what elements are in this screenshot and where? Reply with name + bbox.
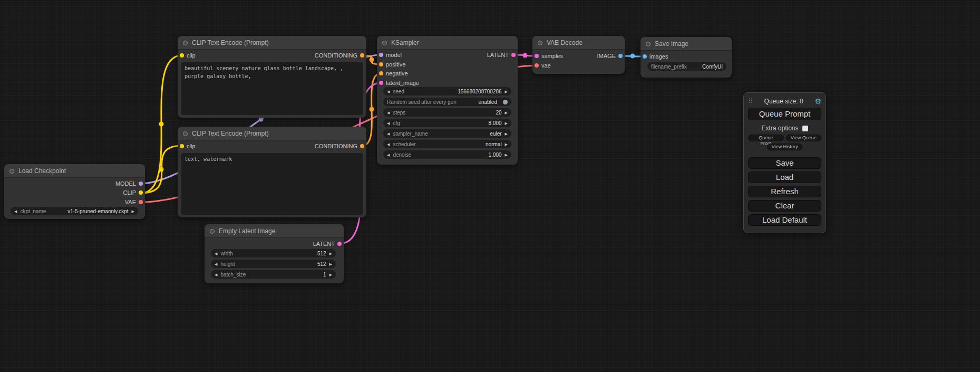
decrement-icon[interactable]: ◀ (14, 209, 17, 213)
link-images-dot[interactable] (630, 54, 635, 59)
drag-handle-icon[interactable]: ⠿ (748, 98, 753, 105)
node-title-bar[interactable]: Save Image (641, 37, 732, 51)
widget-value: 156680208700286 (458, 89, 501, 94)
widget-width[interactable]: ◀ width 512 ▶ (211, 249, 336, 257)
increment-icon[interactable]: ▶ (329, 252, 332, 255)
increment-icon[interactable]: ▶ (132, 209, 134, 213)
widget-seed[interactable]: ◀ seed 156680208700286 ▶ (383, 87, 511, 96)
vae-slot-dot[interactable] (535, 63, 539, 68)
decrement-icon[interactable]: ◀ (387, 111, 390, 115)
clip-slot-dot[interactable] (139, 190, 143, 195)
node-clip-text-encode-negative[interactable]: CLIP Text Encode (Prompt) clip CONDITION… (178, 127, 366, 217)
queue-buttons-row: Queue Front View Queue (748, 135, 821, 141)
node-status-dot-icon (183, 41, 188, 45)
queue-front-button[interactable]: Queue Front (748, 135, 784, 141)
conditioning-slot-dot[interactable] (379, 71, 383, 75)
widget-label: sampler_name (393, 131, 428, 137)
queue-menu-panel[interactable]: ⠿ Queue size: 0 ⚙ Queue Prompt Extra opt… (743, 92, 826, 233)
image-slot-dot[interactable] (643, 54, 647, 59)
prompt-textarea[interactable]: beautiful scenery nature glass bottle la… (181, 62, 363, 115)
node-title-bar[interactable]: Load Checkpoint (4, 164, 145, 178)
decrement-icon[interactable]: ◀ (215, 262, 217, 266)
widget-label: seed (393, 89, 404, 94)
increment-icon[interactable]: ▶ (505, 153, 508, 157)
node-title-bar[interactable]: KSampler (377, 36, 518, 50)
widget-height[interactable]: ◀ height 512 ▶ (211, 260, 336, 268)
load-button[interactable]: Load (748, 171, 821, 183)
widget-cfg[interactable]: ◀ cfg 8.000 ▶ (383, 119, 511, 127)
conditioning-slot-dot[interactable] (379, 62, 383, 66)
widget-sampler-name[interactable]: ◀ sampler_name euler ▶ (383, 129, 511, 138)
widget-ckpt-name[interactable]: ◀ ckpt_name v1-5-pruned-emaonly.ckpt ▶ (11, 207, 138, 215)
node-status-dot-icon (9, 169, 14, 174)
increment-icon[interactable]: ▶ (329, 262, 332, 266)
link-conditioning-positive-dot[interactable] (370, 58, 374, 62)
widget-batch-size[interactable]: ◀ batch_size 1 ▶ (211, 270, 336, 279)
node-status-dot-icon (382, 41, 387, 45)
output-slot-model: MODEL (4, 179, 145, 188)
decrement-icon[interactable]: ◀ (387, 132, 390, 136)
latent-slot-dot[interactable] (379, 81, 383, 85)
increment-icon[interactable]: ▶ (505, 121, 508, 125)
node-title-bar[interactable]: Empty Latent Image (205, 224, 344, 238)
link-clip-positive-dot[interactable] (159, 122, 164, 127)
queue-size-label: Queue size: 0 (764, 98, 803, 105)
node-empty-latent-image[interactable]: Empty Latent Image LATENT ◀ width 512 ▶ … (205, 224, 344, 283)
widget-denoise[interactable]: ◀ denoise 1.000 ▶ (383, 150, 511, 159)
increment-icon[interactable]: ▶ (329, 273, 332, 276)
save-button[interactable]: Save (748, 157, 821, 169)
increment-icon[interactable]: ▶ (505, 90, 508, 93)
increment-icon[interactable]: ▶ (505, 132, 508, 136)
output-slot-conditioning: CONDITIONING (178, 141, 366, 151)
latent-slot-dot[interactable] (337, 242, 342, 246)
settings-gear-icon[interactable]: ⚙ (814, 98, 821, 105)
widget-scheduler[interactable]: ◀ scheduler normal ▶ (383, 140, 511, 148)
extra-options-checkbox[interactable] (802, 126, 808, 131)
widget-steps[interactable]: ◀ steps 20 ▶ (383, 108, 511, 117)
widget-filename-prefix[interactable]: filename_prefix ComfyUI (647, 62, 726, 71)
link-samples-dot[interactable] (523, 53, 528, 58)
node-title-bar[interactable]: CLIP Text Encode (Prompt) (178, 127, 366, 140)
conditioning-slot-dot[interactable] (360, 144, 364, 148)
link-conditioning-negative-dot[interactable] (370, 107, 374, 112)
decrement-icon[interactable]: ◀ (387, 142, 390, 146)
slot-label: CLIP (123, 189, 136, 196)
node-save-image[interactable]: Save Image images filename_prefix ComfyU… (641, 37, 732, 78)
slot-label: VAE (125, 199, 136, 205)
node-ksampler[interactable]: KSampler model LATENT positive negative … (377, 36, 518, 165)
widget-label: scheduler (393, 141, 415, 147)
model-slot-dot[interactable] (139, 182, 143, 186)
node-load-checkpoint[interactable]: Load Checkpoint MODEL CLIP VAE ◀ ckpt_na… (4, 164, 145, 219)
decrement-icon[interactable]: ◀ (215, 273, 217, 276)
latent-slot-dot[interactable] (511, 53, 516, 57)
widget-value: 1 (323, 272, 326, 278)
slot-label: positive (386, 61, 405, 68)
link-clip-negative-dot[interactable] (159, 167, 164, 172)
view-queue-button[interactable]: View Queue (786, 135, 822, 141)
increment-icon[interactable]: ▶ (505, 111, 508, 115)
toggle-knob-icon[interactable] (503, 100, 508, 104)
queue-prompt-button[interactable]: Queue Prompt (748, 108, 821, 120)
load-default-button[interactable]: Load Default (748, 214, 821, 226)
image-slot-dot[interactable] (618, 54, 623, 58)
vae-slot-dot[interactable] (139, 200, 143, 204)
view-history-button[interactable]: View History (767, 144, 803, 150)
decrement-icon[interactable]: ◀ (387, 153, 390, 157)
output-slot-conditioning: CONDITIONING (178, 51, 366, 60)
conditioning-slot-dot[interactable] (360, 53, 364, 58)
clear-button[interactable]: Clear (748, 200, 821, 212)
decrement-icon[interactable]: ◀ (215, 252, 217, 255)
node-vae-decode[interactable]: VAE Decode samples IMAGE vae (532, 36, 625, 74)
node-graph-canvas[interactable]: Load Checkpoint MODEL CLIP VAE ◀ ckpt_na… (0, 0, 980, 372)
node-clip-text-encode-positive[interactable]: CLIP Text Encode (Prompt) clip CONDITION… (178, 36, 366, 118)
increment-icon[interactable]: ▶ (505, 142, 508, 146)
widget-random-seed-toggle[interactable]: Random seed after every gen enabled (383, 98, 511, 106)
decrement-icon[interactable]: ◀ (387, 90, 390, 93)
prompt-textarea[interactable]: text, watermark (181, 153, 363, 215)
widget-value: 1.000 (489, 152, 502, 158)
decrement-icon[interactable]: ◀ (387, 121, 390, 125)
input-slot-latent-image: latent_image (377, 78, 518, 88)
node-title-bar[interactable]: VAE Decode (532, 36, 625, 50)
refresh-button[interactable]: Refresh (748, 186, 821, 197)
node-title-bar[interactable]: CLIP Text Encode (Prompt) (178, 36, 366, 50)
